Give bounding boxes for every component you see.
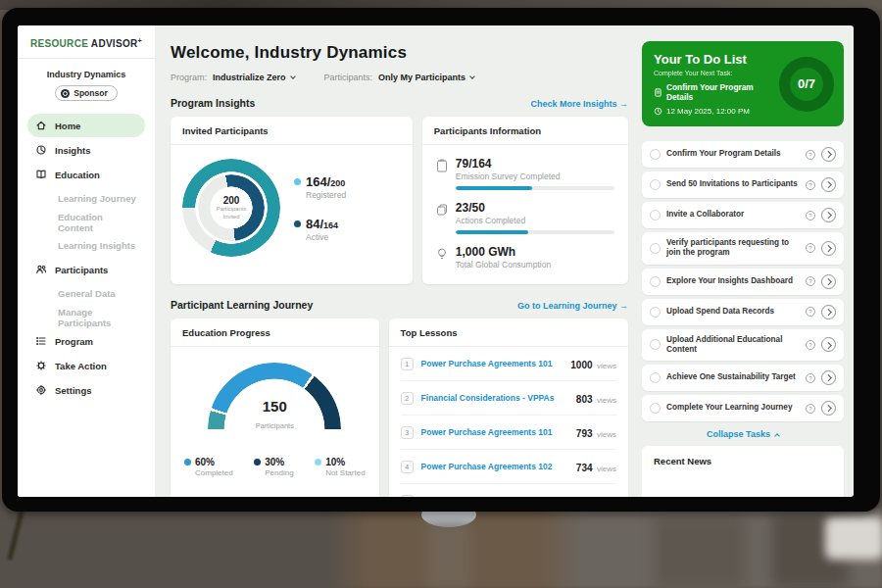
task-row[interactable]: Verify participants requesting to join t… — [642, 232, 844, 265]
lesson-link[interactable]: Power Purchase Agreements 101 — [421, 427, 568, 437]
program-select[interactable]: Industrialize Zero — [213, 73, 295, 82]
task-chevron-button[interactable] — [821, 208, 836, 222]
help-icon[interactable] — [806, 243, 815, 253]
program-filter-label: Program: — [171, 73, 207, 82]
participants-filter-label: Participants: — [324, 73, 373, 82]
sidebar-item-settings[interactable]: Settings — [27, 378, 145, 402]
help-icon[interactable] — [806, 373, 815, 383]
participants-select[interactable]: Only My Participants — [378, 73, 474, 82]
progress-fill — [456, 230, 529, 234]
card-title: Education Progress — [171, 318, 379, 347]
task-checkbox[interactable] — [650, 339, 661, 350]
task-checkbox[interactable] — [650, 149, 661, 160]
sidebar-item-participants[interactable]: Participants — [27, 258, 145, 281]
help-icon[interactable] — [806, 180, 815, 190]
go-to-learning-journey-link[interactable]: Go to Learning Journey — [517, 301, 628, 311]
lesson-link[interactable]: Power Purchase Agreements 101 — [421, 359, 564, 368]
sidebar-item-manage-participants[interactable]: Manage Participants — [27, 306, 145, 328]
task-checkbox[interactable] — [650, 179, 661, 190]
help-icon[interactable] — [806, 340, 815, 350]
monitor-stand-column — [427, 523, 470, 588]
collapse-tasks-link[interactable]: Collapse Tasks — [642, 429, 844, 439]
task-chevron-button[interactable] — [821, 274, 836, 289]
task-row[interactable]: Upload Spend Data Records — [642, 299, 844, 325]
sidebar-item-take-action[interactable]: Take Action — [27, 354, 145, 377]
lesson-rank: 5 — [401, 495, 414, 498]
task-chevron-button[interactable] — [821, 241, 836, 256]
clipboard-icon — [436, 159, 448, 172]
task-chevron-button[interactable] — [821, 147, 836, 162]
sidebar-item-education-content[interactable]: Education Content — [27, 211, 145, 233]
emission-survey-stat: 79/164 Emission Survey Completed — [436, 157, 614, 190]
learning-journey-heading: Participant Learning Journey — [171, 299, 313, 311]
task-chevron-button[interactable] — [821, 370, 836, 385]
sponsor-badge[interactable]: Sponsor — [55, 85, 117, 101]
lesson-link[interactable]: Power Purchase Agreements 103 — [421, 496, 568, 497]
todo-panel: Your To Do List Complete Your Next Task:… — [640, 25, 854, 497]
lesson-rank: 3 — [401, 426, 414, 439]
sidebar-item-learning-journey[interactable]: Learning Journey — [27, 187, 145, 210]
actions-icon — [436, 203, 448, 217]
invited-participants-card: Invited Participants 200 Participants In… — [171, 117, 413, 284]
task-checkbox[interactable] — [650, 372, 661, 383]
task-row[interactable]: Upload Additional Educational Content — [642, 329, 844, 362]
task-row[interactable]: Complete Your Learning Journey — [642, 395, 844, 421]
sidebar-item-insights[interactable]: Insights — [27, 138, 145, 162]
lesson-link[interactable]: Financial Considerations - VPPAs — [421, 393, 568, 403]
card-title: Participants Information — [422, 117, 628, 145]
insights-icon — [35, 144, 47, 156]
lesson-link[interactable]: Power Purchase Agreements 102 — [421, 462, 568, 471]
lesson-row: 5 Power Purchase Agreements 103 600 view… — [401, 484, 616, 497]
legend-registered: 164/200 Registered — [294, 174, 346, 200]
sponsor-label: Sponsor — [74, 88, 107, 98]
task-checkbox[interactable] — [650, 403, 661, 414]
help-icon[interactable] — [806, 404, 815, 414]
task-checkbox[interactable] — [650, 210, 661, 220]
progress-bar — [456, 186, 614, 190]
task-chevron-button[interactable] — [821, 401, 836, 416]
task-chevron-button[interactable] — [821, 305, 836, 319]
card-title: Top Lessons — [389, 318, 628, 347]
legend-dot — [184, 459, 191, 466]
settings-icon — [35, 384, 47, 396]
todo-task-list: Confirm Your Program Details Send 50 Inv… — [642, 141, 844, 421]
sidebar-item-program[interactable]: Program — [27, 329, 145, 353]
chevron-up-icon — [774, 433, 780, 439]
sidebar-item-education[interactable]: Education — [27, 163, 145, 186]
card-title: Invited Participants — [171, 117, 413, 145]
lesson-row: 2 Financial Considerations - VPPAs 803 v… — [401, 381, 616, 416]
top-lessons-card: Top Lessons 1 Power Purchase Agreements … — [389, 318, 628, 497]
task-row[interactable]: Explore Your Insights Dashboard — [642, 269, 844, 295]
education-icon — [35, 169, 47, 180]
task-row[interactable]: Achieve One Sustainability Target — [642, 365, 844, 391]
progress-bar — [456, 230, 614, 234]
task-checkbox[interactable] — [650, 276, 661, 287]
task-checkbox[interactable] — [650, 307, 661, 318]
task-chevron-button[interactable] — [821, 337, 836, 352]
sidebar-item-home[interactable]: Home — [27, 114, 145, 137]
todo-title: Your To Do List — [654, 52, 773, 67]
background-shadow-band — [655, 517, 745, 588]
task-chevron-button[interactable] — [821, 177, 836, 192]
sidebar-item-general-data[interactable]: General Data — [27, 282, 145, 305]
legend-dot — [315, 459, 321, 466]
task-row[interactable]: Send 50 Invitations to Participants — [642, 172, 844, 198]
help-icon[interactable] — [806, 211, 815, 220]
home-icon — [35, 120, 47, 131]
todo-progress-ring: 0/7 — [779, 57, 834, 112]
legend-dot — [294, 220, 301, 227]
invited-total: 200 — [223, 195, 240, 206]
help-icon[interactable] — [806, 276, 815, 286]
check-more-insights-link[interactable]: Check More Insights — [530, 99, 628, 109]
task-row[interactable]: Invite a Collaborator — [642, 202, 844, 228]
help-icon[interactable] — [806, 307, 815, 317]
sidebar-item-learning-insights[interactable]: Learning Insights — [27, 234, 145, 257]
task-checkbox[interactable] — [650, 243, 661, 254]
help-icon[interactable] — [806, 150, 815, 160]
todo-summary-card: Your To Do List Complete Your Next Task:… — [642, 41, 844, 126]
lesson-rank: 4 — [401, 461, 414, 473]
task-row[interactable]: Confirm Your Program Details — [642, 141, 844, 168]
education-progress-card: Education Progress 150 Participants 60% … — [171, 318, 379, 497]
legend-active: 84/164 Active — [294, 217, 346, 242]
education-progress-gauge: 150 Participants — [208, 363, 341, 445]
